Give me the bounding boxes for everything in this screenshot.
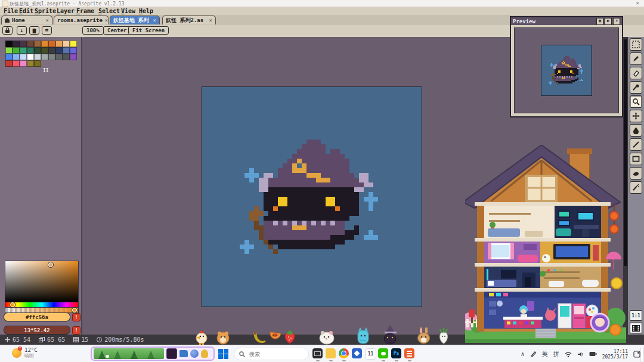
tool-line[interactable]	[630, 138, 642, 151]
palette-swatch[interactable]	[70, 47, 77, 54]
color-palette[interactable]	[5, 41, 77, 67]
tab-close-icon[interactable]: ×	[105, 17, 108, 23]
tool-marquee[interactable]	[630, 38, 642, 51]
app-icon-photos[interactable]	[352, 348, 362, 358]
palette-swatch[interactable]	[20, 54, 27, 60]
app-icon-chrome[interactable]	[339, 348, 349, 358]
menu-select[interactable]: Select	[98, 8, 120, 14]
tab-yaoguai-2[interactable]: 妖怪 系列2.as ×	[162, 16, 216, 24]
palette-swatch[interactable]	[48, 54, 55, 60]
palette-swatch[interactable]	[63, 54, 70, 60]
palette-swatch[interactable]	[55, 47, 63, 54]
palette-swatch[interactable]	[5, 60, 13, 67]
palette-menu-button[interactable]: ≡	[42, 26, 52, 35]
pet-orange-hamster[interactable]	[216, 329, 230, 345]
hidden-icons-chevron[interactable]: ∧	[521, 351, 525, 357]
show-desktop-button[interactable]	[640, 348, 644, 361]
preview-window[interactable]: Preview ▣ ▶ ✕	[510, 16, 623, 117]
palette-swatch[interactable]	[20, 41, 27, 47]
window-close-button[interactable]: ✕	[636, 0, 639, 7]
palette-swatch[interactable]	[48, 41, 55, 47]
tool-eyedropper[interactable]	[630, 81, 642, 94]
pet-strawberry[interactable]	[283, 329, 297, 345]
menu-view[interactable]: View	[121, 8, 135, 14]
saturation-value-picker[interactable]	[5, 261, 79, 302]
app-icon-orange[interactable]	[404, 348, 414, 358]
hex-warning-button[interactable]: !	[72, 313, 80, 321]
palette-swatch[interactable]	[34, 47, 41, 54]
taskbar-search[interactable]	[234, 348, 309, 360]
palette-swatch[interactable]	[41, 54, 48, 60]
pet-bunny[interactable]	[416, 327, 432, 345]
preview-play-button[interactable]: ▶	[605, 18, 612, 25]
palette-swatch[interactable]	[27, 47, 34, 54]
tab-close-icon[interactable]: ×	[46, 17, 49, 23]
tool-move[interactable]	[630, 110, 642, 122]
palette-swatch[interactable]	[41, 41, 48, 47]
hue-cursor[interactable]	[10, 302, 15, 307]
preview-options-button[interactable]: ▣	[596, 18, 603, 25]
pet-blue-cat[interactable]	[355, 327, 371, 345]
pen-icon[interactable]	[530, 351, 537, 357]
palette-swatch[interactable]	[20, 60, 27, 67]
palette-swatch[interactable]	[13, 47, 20, 54]
palette-lock-button[interactable]	[2, 26, 13, 35]
palette-presets-button[interactable]: ▆	[29, 26, 39, 35]
hex-color-field[interactable]: #ffc56a	[4, 313, 70, 321]
palette-swatch[interactable]	[27, 41, 34, 47]
palette-swatch[interactable]	[20, 47, 27, 54]
folder-icon[interactable]	[179, 350, 188, 357]
battery-icon[interactable]	[589, 351, 597, 357]
tool-paint-bucket[interactable]	[630, 124, 642, 137]
badge-icon[interactable]	[201, 349, 208, 358]
ime-pinyin-indicator[interactable]: 拼	[553, 350, 559, 358]
palette-swatch[interactable]	[5, 47, 13, 54]
tool-contour[interactable]	[630, 167, 642, 180]
menu-sprite[interactable]: Sprite	[35, 8, 56, 14]
menu-help[interactable]: Help	[139, 8, 153, 14]
pet-white-hamster[interactable]	[318, 329, 335, 345]
tab-home[interactable]: Home ×	[1, 16, 52, 24]
pet-chick[interactable]	[194, 329, 209, 345]
tab-close-icon[interactable]: ×	[209, 17, 212, 23]
palette-swatch[interactable]	[27, 54, 34, 60]
menu-file[interactable]: File	[4, 8, 18, 14]
menu-frame[interactable]: Frame	[76, 8, 94, 14]
ime-english-indicator[interactable]: 英	[542, 350, 548, 358]
menu-edit[interactable]: Edit	[19, 8, 33, 14]
palette-swatch[interactable]	[41, 47, 48, 54]
hsv-color-field[interactable]: 13*52.42	[4, 326, 70, 335]
palette-swatch[interactable]	[5, 54, 13, 60]
tool-zoom[interactable]	[630, 95, 642, 108]
tab-yaoguai-base[interactable]: 妖怪基地 系列 ×	[110, 16, 160, 24]
notification-bell-icon[interactable]	[633, 351, 640, 358]
ratio-1-1-button[interactable]: 1:1	[630, 310, 642, 321]
app-icon-wechat[interactable]	[378, 348, 388, 358]
tool-pencil[interactable]	[630, 52, 642, 65]
app-icon-11[interactable]: 11	[365, 348, 376, 360]
palette-swatch[interactable]	[55, 54, 63, 60]
palette-swatch[interactable]	[70, 54, 77, 60]
pet-banana[interactable]	[253, 330, 267, 345]
hsv-warning-button[interactable]: !	[72, 326, 80, 335]
tool-rectangle[interactable]	[630, 153, 642, 165]
pet-papaya[interactable]	[268, 330, 281, 345]
wifi-icon[interactable]	[565, 351, 572, 357]
palette-swatch[interactable]	[63, 47, 70, 54]
volume-icon[interactable]	[577, 351, 584, 357]
weather-widget[interactable]: 7 12°C晴朗	[12, 347, 38, 358]
palette-swatch[interactable]	[13, 41, 20, 47]
palette-sort-button[interactable]: ↓	[17, 26, 27, 35]
pet-app-widget-pill[interactable]	[91, 346, 215, 361]
palette-swatch[interactable]	[55, 41, 63, 47]
people-icon[interactable]	[190, 349, 199, 358]
fit-screen-button[interactable]: Fit Screen	[128, 26, 169, 35]
app-icon-photoshop[interactable]: Ps	[391, 348, 401, 358]
palette-swatch[interactable]	[13, 54, 20, 60]
film-frames-button[interactable]	[630, 323, 642, 333]
alpha-cursor[interactable]	[72, 308, 77, 313]
sprite-canvas[interactable]	[202, 86, 422, 307]
tab-rooms[interactable]: rooms.aseprite ×	[54, 16, 109, 24]
taskbar-clock[interactable]: 17:11 2025/3/17	[602, 349, 628, 360]
center-button[interactable]: Center	[103, 26, 131, 35]
